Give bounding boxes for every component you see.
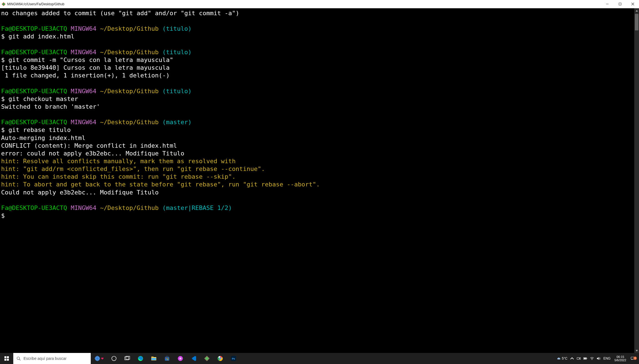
svg-rect-27 — [167, 358, 168, 359]
terminal-area: no changes added to commit (use "git add… — [0, 8, 639, 353]
svg-point-45 — [592, 360, 592, 360]
weather-temp: 5°C — [562, 357, 567, 360]
output-line: 1 file changed, 1 insertion(+), 1 deleti… — [1, 72, 170, 79]
microsoft-store-icon[interactable] — [160, 353, 174, 364]
photoshop-icon[interactable]: Ps — [227, 353, 240, 364]
output-line: Could not apply e3b2ebc... Modifique Tit… — [1, 189, 159, 196]
meet-now-icon[interactable] — [577, 357, 581, 360]
clock-date: 5/6/2022 — [614, 358, 626, 362]
language-indicator[interactable]: ENG — [603, 357, 611, 360]
svg-point-14 — [95, 356, 100, 361]
terminal[interactable]: no changes added to commit (use "git add… — [0, 8, 634, 353]
svg-rect-44 — [584, 358, 586, 359]
prompt-shell: MINGW64 — [71, 25, 97, 32]
prompt-shell: MINGW64 — [71, 204, 97, 211]
output-line: error: could not apply e3b2ebc... Modifi… — [1, 150, 184, 157]
minimize-button[interactable] — [601, 0, 614, 8]
svg-marker-46 — [597, 357, 599, 360]
prompt-dollar: $ — [1, 126, 5, 133]
prompt-dollar: $ — [1, 212, 5, 219]
taskbar-clock[interactable]: 06:15 5/6/2022 — [613, 355, 627, 362]
prompt-path: ~/Desktop/Github — [100, 88, 159, 95]
svg-point-17 — [112, 356, 116, 361]
svg-rect-29 — [167, 359, 168, 360]
chrome-icon[interactable] — [214, 353, 227, 364]
notification-badge: 3 — [633, 357, 637, 360]
search-placeholder: Escribe aquí para buscar — [24, 356, 67, 361]
prompt-branch: (master) — [162, 119, 192, 126]
game-bar-icon[interactable] — [174, 353, 187, 364]
wifi-icon[interactable] — [590, 357, 594, 360]
battery-icon[interactable] — [583, 357, 587, 360]
hint-line: hint: "git add/rm <conflicted_files>", t… — [1, 165, 265, 172]
svg-marker-41 — [580, 358, 581, 360]
prompt-user: Fa@DESKTOP-UE3ACTQ — [1, 119, 67, 126]
tray-chevron[interactable] — [570, 357, 574, 360]
start-button[interactable] — [0, 353, 13, 364]
prompt-dollar: $ — [1, 56, 5, 63]
prompt-user: Fa@DESKTOP-UE3ACTQ — [1, 49, 67, 56]
svg-rect-11 — [7, 359, 9, 361]
svg-point-37 — [220, 358, 221, 359]
scroll-thumb[interactable] — [635, 14, 638, 30]
prompt-dollar: $ — [1, 33, 5, 40]
chevron-up-icon — [570, 357, 574, 360]
svg-rect-8 — [4, 356, 6, 358]
prompt-path: ~/Desktop/Github — [100, 119, 159, 126]
prompt-branch: (titulo) — [162, 88, 192, 95]
titlebar: MINGW64:/c/Users/Fa/Desktop/Github — [0, 0, 639, 8]
git-bash-window: MINGW64:/c/Users/Fa/Desktop/Github no ch… — [0, 0, 639, 364]
vertical-scrollbar[interactable] — [634, 8, 639, 353]
windows-taskbar: Escribe aquí para buscar — [0, 353, 639, 364]
scroll-up-icon[interactable] — [634, 8, 639, 13]
news-widget[interactable] — [91, 353, 107, 364]
clock-time: 06:15 — [617, 355, 624, 358]
svg-marker-7 — [636, 350, 638, 352]
cortana-icon[interactable] — [107, 353, 121, 364]
weather-widget[interactable]: 5°C — [557, 357, 567, 360]
svg-rect-22 — [151, 357, 154, 358]
maximize-button[interactable] — [614, 0, 626, 8]
prompt-user: Fa@DESKTOP-UE3ACTQ — [1, 88, 67, 95]
prompt-branch: (titulo) — [162, 49, 192, 56]
heart-icon — [101, 357, 104, 360]
output-line: CONFLICT (content): Merge conflict in in… — [1, 142, 177, 149]
window-title: MINGW64:/c/Users/Fa/Desktop/Github — [7, 2, 64, 6]
prompt-branch: (master|REBASE 1/2) — [162, 204, 232, 211]
close-button[interactable] — [626, 0, 639, 8]
command-text: git rebase titulo — [5, 126, 71, 133]
scroll-down-icon[interactable] — [634, 348, 639, 353]
svg-rect-26 — [166, 358, 167, 359]
prompt-path: ~/Desktop/Github — [100, 204, 159, 211]
output-line: [titulo 8e39440] Cursos con la letra may… — [1, 64, 170, 71]
vscode-icon[interactable] — [187, 353, 200, 364]
prompt-path: ~/Desktop/Github — [100, 25, 159, 32]
svg-rect-24 — [165, 357, 169, 361]
edge-icon[interactable] — [134, 353, 147, 364]
svg-marker-1 — [2, 2, 5, 6]
output-line: Switched to branch 'master' — [1, 103, 100, 110]
action-center-icon[interactable]: 3 — [630, 357, 637, 360]
taskbar-search[interactable]: Escribe aquí para buscar — [13, 353, 91, 364]
search-icon — [17, 357, 21, 361]
svg-rect-25 — [166, 356, 168, 357]
file-explorer-icon[interactable] — [147, 353, 160, 364]
svg-rect-43 — [587, 358, 587, 359]
prompt-shell: MINGW64 — [71, 49, 97, 56]
output-line: Auto-merging index.html — [1, 134, 85, 141]
output-line: no changes added to commit (use "git add… — [1, 10, 239, 17]
command-text: git checkout master — [5, 95, 78, 102]
svg-rect-40 — [577, 358, 579, 360]
svg-line-13 — [19, 359, 20, 360]
prompt-shell: MINGW64 — [71, 88, 97, 95]
git-bash-taskbar-icon[interactable] — [200, 353, 214, 364]
titlebar-left: MINGW64:/c/Users/Fa/Desktop/Github — [0, 2, 64, 6]
system-tray: 5°C ENG 06:15 5/6/2022 — [555, 353, 639, 364]
hint-line: hint: Resolve all conflicts manually, ma… — [1, 158, 236, 165]
svg-rect-23 — [152, 358, 156, 360]
cloud-icon — [557, 357, 561, 360]
window-controls — [601, 0, 639, 8]
svg-marker-6 — [636, 10, 638, 12]
task-view-icon[interactable] — [121, 353, 134, 364]
volume-icon[interactable] — [597, 357, 601, 360]
